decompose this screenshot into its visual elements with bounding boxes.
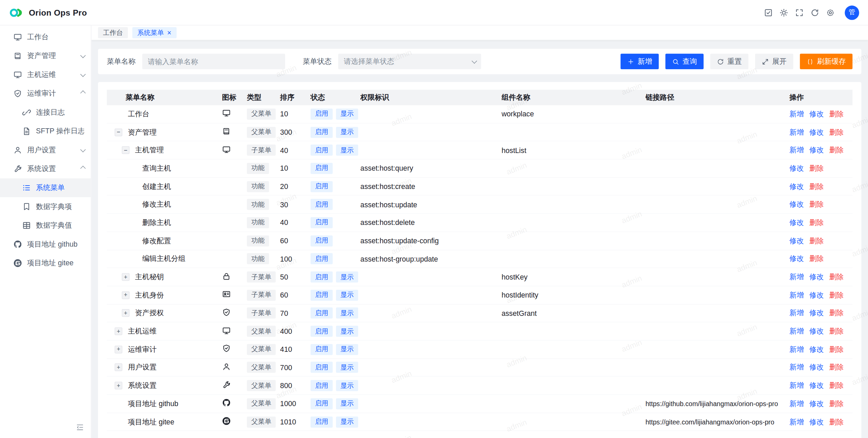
expand-toggle[interactable]: + [122,309,130,317]
content-area: 菜单名称 菜单状态 请选择菜单状态 新增 查询 重置 展开 刷新缓存 [91,40,868,438]
row-edit-link[interactable]: 修改 [809,326,824,336]
gear-icon[interactable] [823,5,838,20]
row-add-link[interactable]: 新增 [789,381,804,391]
sidebar-item-label: 资产管理 [27,51,75,61]
column-header: 状态 [311,93,360,102]
sun-icon[interactable] [776,5,792,20]
sidebar-item[interactable]: 系统设置 [0,159,91,178]
sidebar-item[interactable]: 用户设置 [0,141,91,160]
row-add-link[interactable]: 新增 [789,326,804,336]
fullscreen-icon[interactable] [792,5,807,20]
row-delete-link[interactable]: 删除 [829,344,844,354]
row-add-link[interactable]: 新增 [789,344,804,354]
refresh-cache-button[interactable]: 刷新缓存 [800,54,852,69]
row-edit-link[interactable]: 修改 [789,218,804,228]
row-edit-link[interactable]: 修改 [809,308,824,318]
close-icon[interactable]: × [167,29,171,36]
user-avatar[interactable]: 管 [845,5,859,20]
row-delete-link[interactable]: 删除 [829,399,844,408]
row-delete-link[interactable]: 删除 [829,109,844,119]
row-edit-link[interactable]: 修改 [809,145,824,155]
row-delete-link[interactable]: 删除 [829,272,844,282]
expand-toggle[interactable]: + [122,273,130,281]
row-delete-link[interactable]: 删除 [829,363,844,373]
row-edit-link[interactable]: 修改 [809,290,824,300]
row-edit-link[interactable]: 修改 [809,344,824,354]
expand-toggle[interactable]: − [122,146,130,154]
row-edit-link[interactable]: 修改 [809,417,824,427]
reset-button[interactable]: 重置 [710,54,749,69]
row-edit-link[interactable]: 修改 [789,254,804,264]
row-delete-link[interactable]: 删除 [829,381,844,391]
sidebar-item[interactable]: 项目地址 github [0,235,91,254]
row-edit-link[interactable]: 修改 [809,127,824,137]
menu-status-select[interactable]: 请选择菜单状态 [338,54,481,69]
search-button[interactable]: 查询 [665,54,704,69]
row-actions: 新增修改删除 [789,290,852,300]
row-delete-link[interactable]: 删除 [829,127,844,137]
sidebar-item[interactable]: 数据字典项 [0,197,91,216]
expand-toggle[interactable]: + [115,382,122,389]
row-edit-link[interactable]: 修改 [809,399,824,408]
row-delete-link[interactable]: 删除 [829,145,844,155]
expand-button[interactable]: 展开 [755,54,793,69]
expand-toggle[interactable]: + [122,291,130,299]
permission-value: asset:host:query [360,164,501,172]
sidebar-item[interactable]: 工作台 [0,28,91,47]
expand-toggle[interactable]: + [115,327,122,335]
row-delete-link[interactable]: 删除 [809,199,824,209]
row-delete-link[interactable]: 删除 [829,290,844,300]
row-delete-link[interactable]: 删除 [829,308,844,318]
row-add-link[interactable]: 新增 [789,308,804,318]
sidebar-item[interactable]: SFTP 操作日志 [0,122,91,141]
expand-toggle[interactable]: + [115,364,122,372]
row-add-link[interactable]: 新增 [789,399,804,408]
expand-toggle[interactable]: − [115,128,122,136]
row-edit-link[interactable]: 修改 [809,109,824,119]
permission-value: asset:host:update [360,201,501,209]
row-delete-link[interactable]: 删除 [809,163,824,173]
sidebar-item[interactable]: 主机运维 [0,65,91,84]
row-edit-link[interactable]: 修改 [789,199,804,209]
row-edit-link[interactable]: 修改 [789,236,804,246]
row-add-link[interactable]: 新增 [789,417,804,427]
row-add-link[interactable]: 新增 [789,145,804,155]
status-tag: 启用 [311,181,333,192]
row-delete-link[interactable]: 删除 [809,182,824,191]
row-add-link[interactable]: 新增 [789,109,804,119]
row-edit-link[interactable]: 修改 [789,182,804,191]
sidebar-item[interactable]: 数据字典值 [0,216,91,235]
refresh-icon[interactable] [807,5,823,20]
row-edit-link[interactable]: 修改 [789,163,804,173]
row-add-link[interactable]: 新增 [789,290,804,300]
tab[interactable]: 工作台 [98,27,128,38]
row-actions: 新增修改删除 [789,344,852,354]
row-delete-link[interactable]: 删除 [829,326,844,336]
row-edit-link[interactable]: 修改 [809,272,824,282]
sidebar-item[interactable]: 资产管理 [0,46,91,65]
row-delete-link[interactable]: 删除 [809,254,824,264]
status-tag: 显示 [336,271,358,283]
expand-toggle[interactable]: + [115,345,122,353]
row-delete-link[interactable]: 删除 [829,417,844,427]
row-add-link[interactable]: 新增 [789,272,804,282]
sidebar-item[interactable]: 系统菜单 [0,178,91,197]
add-button[interactable]: 新增 [620,54,659,69]
check-square-icon[interactable] [761,5,776,20]
row-add-link[interactable]: 新增 [789,127,804,137]
sidebar-item[interactable]: 连接日志 [0,103,91,122]
row-actions: 新增修改删除 [789,308,852,318]
sidebar-collapse-icon[interactable] [76,423,86,433]
sidebar-item[interactable]: 运维审计 [0,84,91,103]
tab-bar: 工作台 系统菜单 × [91,25,868,40]
row-delete-link[interactable]: 删除 [809,236,824,246]
status-tag: 显示 [336,398,358,410]
tab[interactable]: 系统菜单 × [132,27,176,38]
menu-name-input[interactable] [142,54,285,69]
row-edit-link[interactable]: 修改 [809,363,824,373]
brand[interactable]: Orion Ops Pro [9,6,87,19]
row-edit-link[interactable]: 修改 [809,381,824,391]
row-delete-link[interactable]: 删除 [809,218,824,228]
sidebar-item[interactable]: 项目地址 gitee [0,254,91,273]
row-add-link[interactable]: 新增 [789,363,804,373]
